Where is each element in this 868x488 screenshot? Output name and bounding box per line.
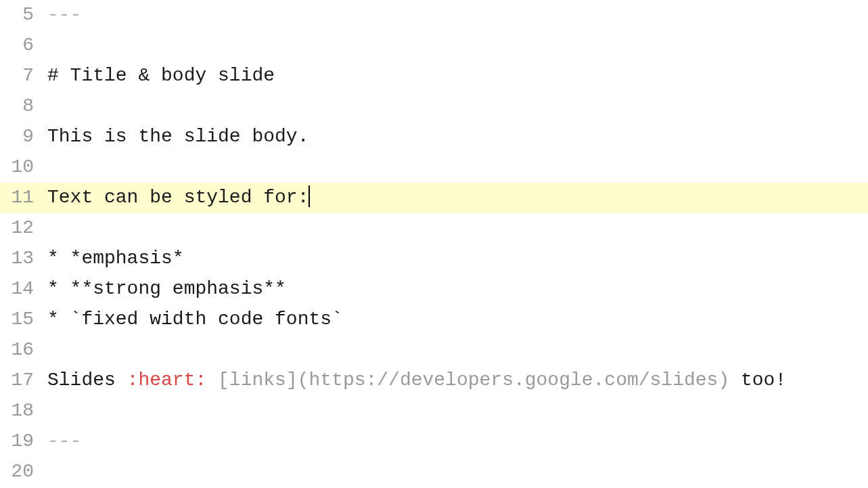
- line-number: 18: [0, 396, 47, 426]
- line-content[interactable]: ---: [47, 0, 868, 30]
- editor-line[interactable]: 11Text can be styled for:: [0, 183, 868, 213]
- line-number: 6: [0, 30, 47, 61]
- line-content[interactable]: Slides :heart: [links](https://developer…: [47, 365, 868, 396]
- code-token: * *emphasis*: [47, 248, 184, 269]
- code-token: ---: [47, 430, 81, 451]
- line-number: 5: [0, 0, 47, 30]
- line-number: 20: [0, 457, 47, 487]
- editor-line[interactable]: 18: [0, 396, 868, 426]
- editor-line[interactable]: 7# Title & body slide: [0, 61, 868, 91]
- line-number: 17: [0, 365, 47, 396]
- editor-line[interactable]: 12: [0, 213, 868, 244]
- editor-line[interactable]: 13* *emphasis*: [0, 244, 868, 274]
- code-token: ---: [47, 4, 81, 25]
- line-number: 10: [0, 152, 47, 183]
- editor-line[interactable]: 14* **strong emphasis**: [0, 274, 868, 305]
- line-number: 15: [0, 305, 47, 335]
- editor-line[interactable]: 19---: [0, 426, 868, 457]
- line-content[interactable]: This is the slide body.: [47, 122, 868, 152]
- code-token: [links](https://developers.google.com/sl…: [218, 370, 729, 391]
- text-cursor: [309, 185, 310, 207]
- editor-line[interactable]: 9This is the slide body.: [0, 122, 868, 152]
- line-content[interactable]: ---: [47, 426, 868, 457]
- editor-line[interactable]: 17Slides :heart: [links](https://develop…: [0, 365, 868, 396]
- code-token: [206, 370, 218, 391]
- editor-line[interactable]: 5---: [0, 0, 868, 30]
- line-number: 9: [0, 122, 47, 152]
- line-number: 16: [0, 335, 47, 365]
- editor-line[interactable]: 16: [0, 335, 868, 365]
- line-content[interactable]: * **strong emphasis**: [47, 274, 868, 305]
- code-token: This is the slide body.: [47, 126, 309, 147]
- editor-line[interactable]: 8: [0, 91, 868, 122]
- code-token: :heart:: [127, 370, 207, 391]
- editor-line[interactable]: 15* `fixed width code fonts`: [0, 305, 868, 335]
- line-number: 19: [0, 426, 47, 457]
- code-token: * **strong emphasis**: [47, 278, 286, 299]
- line-number: 8: [0, 91, 47, 122]
- line-number: 12: [0, 213, 47, 244]
- editor-line[interactable]: 20: [0, 457, 868, 487]
- line-content[interactable]: Text can be styled for:: [47, 183, 868, 213]
- code-token: Slides: [47, 370, 127, 391]
- code-token: # Title & body slide: [47, 65, 275, 86]
- code-token: * `fixed width code fonts`: [47, 309, 343, 330]
- line-number: 14: [0, 274, 47, 305]
- line-content[interactable]: * *emphasis*: [47, 244, 868, 274]
- line-content[interactable]: # Title & body slide: [47, 61, 868, 91]
- line-number: 11: [0, 183, 47, 213]
- line-number: 7: [0, 61, 47, 91]
- code-token: Text can be styled for:: [47, 187, 309, 208]
- code-editor[interactable]: 5---67# Title & body slide89This is the …: [0, 0, 868, 487]
- editor-line[interactable]: 6: [0, 30, 868, 61]
- editor-line[interactable]: 10: [0, 152, 868, 183]
- line-number: 13: [0, 244, 47, 274]
- line-content[interactable]: * `fixed width code fonts`: [47, 305, 868, 335]
- code-token: too!: [729, 370, 786, 391]
